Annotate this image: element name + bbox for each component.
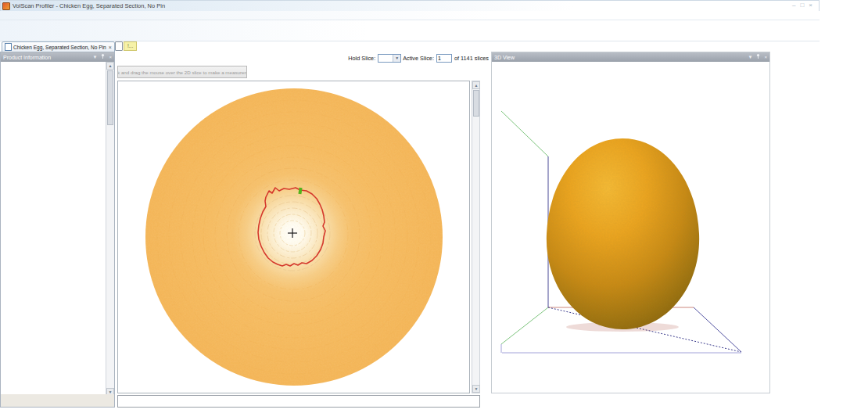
menu-bar — [0, 11, 820, 20]
scrollbar-thumb[interactable] — [107, 70, 113, 125]
tab-row: Chicken Egg, Separated Section, No Pin ×… — [0, 41, 820, 52]
product-information-panel: Product Information ▼ × ▲ ▼ — [0, 52, 115, 408]
egg-3d-render[interactable] — [492, 62, 769, 393]
measurement-hint-button: Click and drag the mouse over the 2D sli… — [117, 66, 247, 78]
slice-controls-row: Hold Slice: ▼ Active Slice: of 1141 slic… — [117, 52, 489, 64]
view-3d-title: 3D View — [494, 55, 515, 60]
panel-pin-icon[interactable] — [755, 53, 761, 61]
annotation-note[interactable]: !... — [115, 41, 137, 51]
scroll-up-icon[interactable]: ▲ — [472, 81, 480, 89]
title-bar: VolScan Profiler - Chicken Egg, Separate… — [0, 0, 820, 11]
active-slice-input[interactable] — [436, 54, 452, 63]
panel-pin-icon[interactable] — [100, 53, 106, 61]
document-tab-label: Chicken Egg, Separated Section, No Pin — [13, 45, 106, 50]
panel-close-icon[interactable]: × — [109, 54, 112, 60]
window-title: VolScan Profiler - Chicken Egg, Separate… — [13, 2, 165, 9]
maximize-button[interactable]: □ — [800, 2, 804, 9]
hold-slice-label: Hold Slice: — [348, 55, 375, 62]
left-panel-tabs — [1, 394, 114, 407]
product-fields-area — [1, 62, 106, 396]
hold-slice-dropdown[interactable]: ▼ — [378, 54, 401, 63]
close-button[interactable]: × — [809, 2, 812, 9]
scroll-down-icon[interactable]: ▼ — [472, 385, 480, 393]
scroll-up-icon[interactable]: ▲ — [106, 62, 114, 70]
scrollbar-thumb[interactable] — [473, 90, 479, 117]
app-window: VolScan Profiler - Chicken Egg, Separate… — [0, 0, 868, 413]
plot-scrollbar[interactable]: ▲ ▼ — [472, 81, 480, 393]
note-badge-label: !... — [124, 41, 137, 51]
view-3d-panel-header: 3D View ▼ × — [492, 52, 769, 62]
panel-close-icon[interactable]: × — [764, 54, 767, 60]
panel-menu-icon[interactable]: ▼ — [748, 54, 753, 60]
note-page-icon — [115, 41, 123, 51]
product-panel-header: Product Information ▼ × — [1, 52, 114, 62]
view-3d-panel: 3D View ▼ × — [491, 52, 770, 393]
tab-close-icon[interactable]: × — [109, 45, 112, 50]
slice-status-bar — [117, 395, 480, 408]
chevron-down-icon[interactable]: ▼ — [393, 55, 400, 62]
active-slice-label: Active Slice: — [403, 55, 434, 62]
product-panel-scrollbar[interactable]: ▲ ▼ — [106, 62, 114, 396]
minimize-button[interactable]: – — [792, 2, 795, 9]
toolbar — [0, 20, 820, 41]
document-tab[interactable]: Chicken Egg, Separated Section, No Pin × — [2, 41, 115, 52]
product-panel-title: Product Information — [3, 55, 51, 60]
slice-2d-plot-frame — [117, 81, 470, 393]
slice-2d-plot[interactable] — [118, 81, 469, 393]
app-icon — [2, 2, 10, 10]
panel-menu-icon[interactable]: ▼ — [93, 54, 98, 60]
document-tab-icon — [5, 43, 12, 51]
slice-count-label: of 1141 slices — [454, 55, 489, 62]
